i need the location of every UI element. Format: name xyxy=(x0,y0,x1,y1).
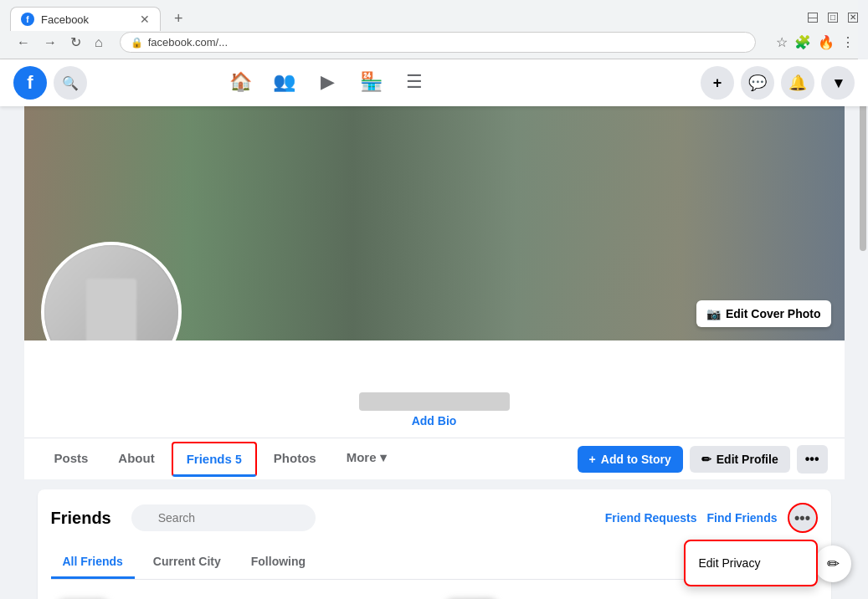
fb-favicon: f xyxy=(21,13,34,26)
subtab-all-friends[interactable]: All Friends xyxy=(51,546,135,579)
create-button[interactable]: + xyxy=(701,66,734,100)
edit-floating-button[interactable]: ✏ xyxy=(814,545,851,582)
plus-icon: + xyxy=(589,453,596,466)
fire-icon[interactable]: 🔥 xyxy=(818,34,835,50)
edit-profile-button[interactable]: ✏ Edit Profile xyxy=(690,446,790,473)
nav-menu-icon[interactable]: ☰ xyxy=(394,59,434,106)
browser-nav: ← → ↻ ⌂ xyxy=(13,31,106,54)
cover-photo: 📷 📷 Edit Cover Photo xyxy=(24,106,845,340)
nav-friends-icon[interactable]: 👥 xyxy=(264,59,304,106)
friends-section: Friends 🔍 Friend Requests Find Friends •… xyxy=(24,489,845,599)
bookmark-icon[interactable]: ☆ xyxy=(776,34,788,50)
nav-watch-icon[interactable]: ▶ xyxy=(307,59,347,106)
maximize-button[interactable]: □ xyxy=(828,13,838,23)
friends-header: Friends 🔍 Friend Requests Find Friends •… xyxy=(51,503,818,533)
notifications-button[interactable]: 🔔 xyxy=(781,66,814,100)
friends-more-dropdown-container: ••• Edit Privacy xyxy=(788,503,818,533)
browser-address-bar-row: ← → ↻ ⌂ 🔒 facebook.com/... ☆ 🧩 🔥 ⋮ xyxy=(0,31,868,59)
profile-avatar-container: 📷 xyxy=(41,242,182,340)
friend-card-1[interactable]: ••• xyxy=(51,593,429,599)
profile-tabs: Posts About Friends 5 Photos More ▾ + Ad… xyxy=(24,438,845,479)
extensions-icon[interactable]: 🧩 xyxy=(794,34,811,50)
tab-photos[interactable]: Photos xyxy=(260,439,330,479)
nav-home-icon[interactable]: 🏠 xyxy=(220,59,260,106)
friend-requests-link[interactable]: Friend Requests xyxy=(605,511,697,525)
address-bar[interactable]: 🔒 facebook.com/... xyxy=(120,32,756,53)
fb-search-button[interactable]: 🔍 xyxy=(54,66,87,100)
tab-friends[interactable]: Friends 5 xyxy=(172,442,257,477)
edit-cover-photo-button[interactable]: 📷 Edit Cover Photo xyxy=(696,300,831,327)
url-text: facebook.com/... xyxy=(148,36,228,49)
profile-info-section: Add Bio xyxy=(24,340,845,427)
profile-name-placeholder xyxy=(359,392,510,411)
browser-chrome: f Facebook ✕ + — □ ✕ ← → ↻ ⌂ 🔒 facebook.… xyxy=(0,0,868,59)
find-friends-link[interactable]: Find Friends xyxy=(707,511,778,525)
scrollbar-thumb[interactable] xyxy=(860,84,866,251)
browser-tab[interactable]: f Facebook ✕ xyxy=(10,7,161,31)
subtab-current-city[interactable]: Current City xyxy=(141,546,233,579)
fb-nav-center: 🏠 👥 ▶ 🏪 ☰ xyxy=(220,59,434,106)
more-button[interactable]: ••• xyxy=(797,445,828,474)
forward-button[interactable]: → xyxy=(40,32,60,54)
menu-icon[interactable]: ⋮ xyxy=(841,34,855,50)
tab-more[interactable]: More ▾ xyxy=(333,438,400,479)
subtab-following[interactable]: Following xyxy=(239,546,317,579)
refresh-button[interactable]: ↻ xyxy=(67,31,85,54)
tab-about[interactable]: About xyxy=(105,439,167,479)
friends-search-container: 🔍 xyxy=(131,504,316,531)
friends-actions: Friend Requests Find Friends ••• Edit Pr… xyxy=(605,503,818,533)
back-button[interactable]: ← xyxy=(13,32,33,54)
add-to-story-button[interactable]: + Add to Story xyxy=(578,446,683,473)
profile-avatar: 📷 xyxy=(41,242,182,340)
home-button[interactable]: ⌂ xyxy=(91,32,106,54)
friend-card-2[interactable]: ••• xyxy=(439,593,818,599)
browser-action-buttons: ☆ 🧩 🔥 ⋮ xyxy=(776,34,855,50)
minimize-button[interactable]: — xyxy=(808,13,818,23)
camera-icon: 📷 xyxy=(706,307,721,320)
fb-nav-right: + 💬 🔔 ▾ xyxy=(701,66,855,100)
account-menu-button[interactable]: ▾ xyxy=(821,66,855,100)
tab-close-icon[interactable]: ✕ xyxy=(140,13,150,26)
edit-privacy-dropdown: Edit Privacy xyxy=(684,540,818,586)
friends-grid: ••• ••• xyxy=(51,593,818,599)
friends-search-input[interactable] xyxy=(131,504,316,531)
messenger-button[interactable]: 💬 xyxy=(741,66,774,100)
tab-title: Facebook xyxy=(41,13,89,26)
add-bio-link[interactable]: Add Bio xyxy=(412,414,457,427)
profile-container: 📷 📷 Edit Cover Photo Add Bio Posts About… xyxy=(24,106,845,479)
lock-icon: 🔒 xyxy=(131,37,143,49)
fb-logo[interactable]: f xyxy=(13,66,47,100)
close-button[interactable]: ✕ xyxy=(848,13,858,23)
nav-marketplace-icon[interactable]: 🏪 xyxy=(351,59,391,106)
friends-more-button[interactable]: ••• xyxy=(788,503,818,533)
friends-card: Friends 🔍 Friend Requests Find Friends •… xyxy=(38,489,831,599)
new-tab-button[interactable]: + xyxy=(167,7,190,31)
pencil-icon: ✏ xyxy=(701,453,711,466)
friends-title: Friends xyxy=(51,509,111,528)
edit-privacy-item[interactable]: Edit Privacy xyxy=(686,548,816,578)
profile-tab-actions: + Add to Story ✏ Edit Profile ••• xyxy=(578,445,828,474)
tab-posts[interactable]: Posts xyxy=(41,439,102,479)
fb-navbar: f 🔍 🏠 👥 ▶ 🏪 ☰ + 💬 🔔 ▾ xyxy=(0,59,868,106)
